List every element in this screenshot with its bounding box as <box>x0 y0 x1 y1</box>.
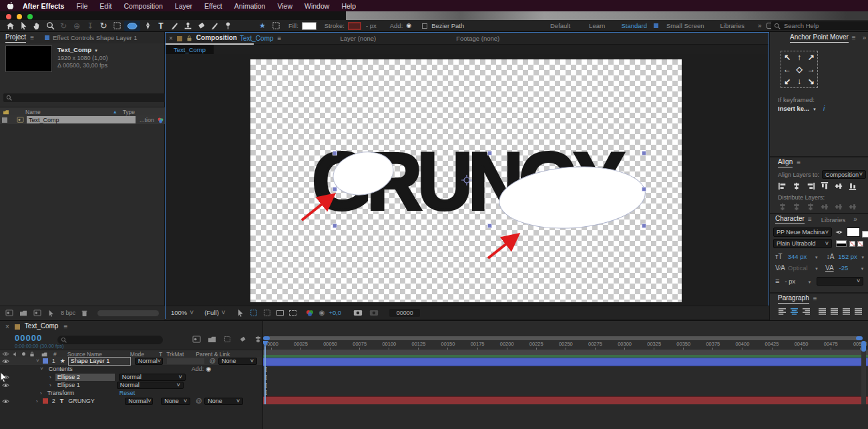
new-composition-icon[interactable] <box>33 310 41 316</box>
blend-mode-value[interactable]: Normal <box>128 398 148 404</box>
menu-item[interactable]: Edit <box>93 2 118 10</box>
paragraph-panel-menu-icon[interactable] <box>813 296 817 302</box>
fill-over-stroke-swatch[interactable] <box>836 240 847 247</box>
align-right-icon[interactable] <box>806 182 815 190</box>
stroke-swatch[interactable] <box>348 22 361 30</box>
row-label-swatch[interactable] <box>2 117 7 123</box>
column-parent-link[interactable]: Parent & Link <box>196 351 230 358</box>
add-shape-icon[interactable] <box>406 23 411 29</box>
stroke-width-value[interactable]: - px <box>366 22 377 29</box>
text-stroke-swatch[interactable] <box>862 231 868 238</box>
eye-icon[interactable] <box>2 399 9 404</box>
snapshot-select-icon[interactable] <box>236 309 244 317</box>
preview-time[interactable]: 00000 <box>389 309 420 317</box>
align-text-left-icon[interactable] <box>778 308 787 315</box>
kerning-value[interactable]: Optical <box>788 264 815 272</box>
insert-keyframe-dropdown[interactable]: Insert ke... i <box>778 105 825 112</box>
zoom-caret-icon[interactable] <box>190 310 194 316</box>
channels-icon[interactable] <box>306 310 314 316</box>
tracking-value[interactable]: -25 <box>839 264 861 272</box>
comp-flowchart-icon[interactable] <box>192 336 201 343</box>
star-icon[interactable]: ★ <box>256 21 268 31</box>
tab-effect-controls[interactable]: Effect Controls Shape Layer 1 <box>53 34 138 41</box>
align-to-value[interactable]: Composition <box>825 171 859 178</box>
hand-tool-icon[interactable] <box>31 21 43 31</box>
tab-paragraph[interactable]: Paragraph <box>778 294 809 304</box>
insert-keyframe-caret-icon[interactable] <box>813 105 817 112</box>
minimize-window-button[interactable] <box>17 14 22 19</box>
menu-item[interactable]: After Effects <box>17 2 70 10</box>
close-window-button[interactable] <box>6 14 11 19</box>
brush-tool-icon[interactable] <box>168 21 180 31</box>
tab-layer[interactable]: Layer (none) <box>340 35 376 42</box>
expand-caret-icon[interactable]: › <box>49 374 51 380</box>
group-row-contents[interactable]: Contents Add: <box>0 365 262 373</box>
menu-item[interactable]: Help <box>335 2 362 10</box>
character-panel-menu-icon[interactable] <box>808 216 812 223</box>
no-fill-swatch[interactable] <box>849 241 855 247</box>
rotation-tool-icon[interactable] <box>97 21 110 31</box>
pen-tool-icon[interactable] <box>142 21 154 31</box>
work-area-bar[interactable] <box>263 350 868 355</box>
mask-visibility-icon[interactable] <box>263 309 271 317</box>
layer-bar-shape[interactable] <box>263 358 868 366</box>
layer-color-swatch[interactable] <box>43 398 48 404</box>
layer-name-field[interactable]: Shape Layer 1 <box>68 357 131 366</box>
tab-libraries[interactable]: Libraries <box>821 216 845 224</box>
anchor-arrow-button[interactable]: ↙ <box>784 77 791 86</box>
blend-mode-value[interactable]: Normal <box>122 374 142 380</box>
add-property-icon[interactable] <box>206 366 211 372</box>
comp-info-name[interactable]: Text_Comp <box>57 46 91 53</box>
parent-caret-icon[interactable] <box>250 358 254 364</box>
apple-icon[interactable] <box>7 1 14 10</box>
align-panel-menu-icon[interactable] <box>797 159 801 166</box>
close-panel-icon[interactable] <box>169 35 173 42</box>
anchor-arrow-button[interactable]: ↓ <box>797 77 801 86</box>
eyedropper-icon[interactable] <box>835 229 843 236</box>
resolution-caret-icon[interactable] <box>222 310 226 316</box>
bit-depth[interactable]: 8 bpc <box>61 310 75 316</box>
viewer-viewport[interactable]: GRUNGY <box>166 54 769 306</box>
justify-all-icon[interactable] <box>854 308 863 315</box>
tab-footage[interactable]: Footage (none) <box>456 35 499 42</box>
group-row-transform[interactable]: › Transform Reset <box>0 389 262 397</box>
crop-icon[interactable] <box>289 310 296 316</box>
expand-caret-icon[interactable]: › <box>36 398 38 404</box>
ellipse2-name[interactable]: Ellipse 2 <box>55 374 115 381</box>
expand-caret-icon[interactable] <box>36 358 39 364</box>
tab-composition-label[interactable]: Composition <box>196 34 237 43</box>
trash-icon[interactable] <box>81 310 87 317</box>
font-style-value[interactable]: Plain Ultrabold <box>777 240 816 247</box>
resolution[interactable]: (Full) <box>204 309 219 316</box>
font-size-caret-icon[interactable] <box>815 254 819 260</box>
anchor-arrow-button[interactable]: ↘ <box>808 77 815 86</box>
new-folder-icon[interactable] <box>19 310 27 316</box>
playhead-marker[interactable] <box>262 341 268 347</box>
column-trkmat[interactable]: TrkMat <box>166 351 184 358</box>
shape-row-ellipse2[interactable]: › Ellipse 2 Normal <box>0 373 262 381</box>
anchor-arrow-button[interactable]: ← <box>783 65 791 74</box>
align-v-center-icon[interactable] <box>835 181 843 191</box>
tab-project[interactable]: Project <box>5 33 26 43</box>
panel-overflow-icon[interactable] <box>863 35 867 41</box>
clone-stamp-tool-icon[interactable] <box>182 21 194 31</box>
leading-caret-icon[interactable] <box>861 254 865 260</box>
stroke-width-caret-icon[interactable] <box>807 278 811 285</box>
graph-editor-icon[interactable] <box>254 336 262 343</box>
composition-canvas[interactable]: GRUNGY <box>250 59 682 302</box>
search-help-box[interactable]: Search Help <box>771 21 868 30</box>
anchor-arrow-button[interactable]: → <box>807 65 815 74</box>
blend-mode-value[interactable]: Normal <box>138 358 158 364</box>
eye-icon[interactable] <box>2 359 9 364</box>
font-style-caret-icon[interactable] <box>825 241 829 247</box>
font-size-value[interactable]: 344 px <box>788 253 815 260</box>
region-of-interest-icon[interactable] <box>250 309 258 317</box>
column-t[interactable]: T <box>159 351 162 358</box>
trkmat-caret-icon[interactable] <box>184 398 187 404</box>
kerning-caret-icon[interactable] <box>815 265 819 272</box>
timeline-close-icon[interactable] <box>5 324 9 330</box>
eye-icon[interactable] <box>2 383 9 388</box>
timeline-search-box[interactable] <box>57 336 163 344</box>
anchor-arrow-button[interactable]: ↑ <box>797 53 801 62</box>
align-h-center-icon[interactable] <box>792 182 801 190</box>
